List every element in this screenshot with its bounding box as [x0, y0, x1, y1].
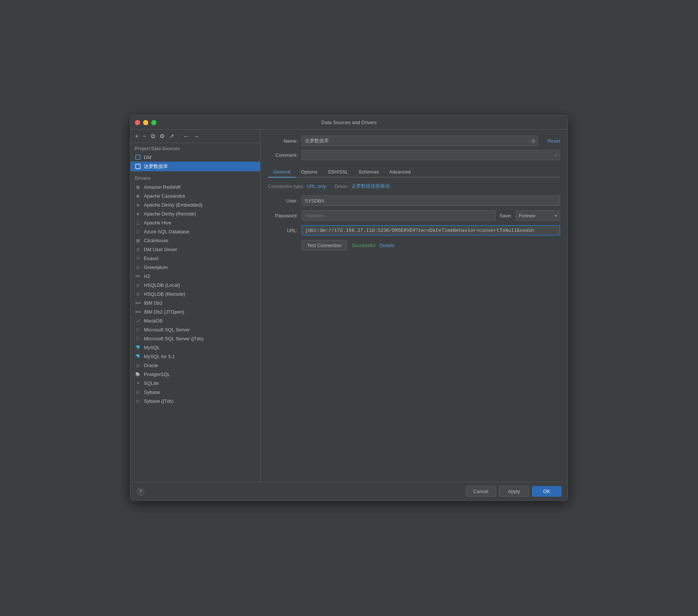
left-scroll-area: Project Data Sources DM 达梦数据库 Drivers	[130, 143, 260, 482]
oracle-icon: ◎	[135, 362, 141, 368]
dm-user-driver-icon: ⊟	[135, 246, 141, 252]
apply-button[interactable]: Apply	[499, 486, 529, 497]
driver-apache-derby-embedded-label: Apache Derby (Embedded)	[144, 202, 203, 208]
driver-dm-user-driver[interactable]: ⊟ DM User Driver	[130, 245, 260, 254]
tab-general[interactable]: General	[268, 167, 295, 178]
add-button[interactable]: +	[133, 132, 140, 140]
driver-apache-cassandra[interactable]: ◉ Apache Cassandra	[130, 191, 260, 200]
driver-hsqldb-local-label: HSQLDB (Local)	[144, 282, 180, 288]
driver-apache-derby-remote[interactable]: ◈ Apache Derby (Remote)	[130, 209, 260, 218]
tab-advanced[interactable]: Advanced	[384, 167, 416, 178]
sybase-icon: ◎	[135, 389, 141, 395]
driver-clickhouse[interactable]: ▦ ClickHouse	[130, 236, 260, 245]
driver-mysql-51-label: MySQL for 5.1	[144, 354, 175, 359]
amazon-redshift-icon: ▦	[135, 184, 141, 190]
minimize-button[interactable]	[143, 120, 148, 125]
driver-apache-hive[interactable]: △ Apache Hive	[130, 218, 260, 227]
cancel-button[interactable]: Cancel	[466, 486, 496, 497]
url-input[interactable]	[301, 225, 560, 236]
name-input[interactable]	[301, 136, 538, 146]
driver-hsqldb-local[interactable]: ◎ HSQLDB (Local)	[130, 281, 260, 289]
name-clear-button[interactable]: ⊗	[531, 138, 536, 144]
mysql-icon: 🐬	[135, 344, 141, 350]
postgresql-icon: 🐘	[135, 371, 141, 377]
remove-button[interactable]: −	[141, 132, 148, 140]
driver-value[interactable]: 达梦数据连接驱动	[351, 183, 390, 189]
sqlite-icon: ✦	[135, 380, 141, 386]
url-row: URL:	[268, 225, 560, 236]
driver-microsoft-sql-server[interactable]: ⬡ Microsoft SQL Server	[130, 325, 260, 334]
source-item-dameng[interactable]: 达梦数据库	[130, 162, 260, 171]
close-button[interactable]	[135, 120, 140, 125]
test-details-link[interactable]: Details	[379, 243, 394, 248]
comment-row: Comment: ⤢	[268, 150, 560, 160]
help-button[interactable]: ?	[136, 487, 145, 496]
user-label: User:	[268, 198, 298, 204]
test-connection-button[interactable]: Test Connection	[301, 240, 347, 250]
driver-azure-sql-label: Azure SQL Database	[144, 229, 189, 234]
tabs-bar: General Options SSH/SSL Schemas Advanced	[268, 167, 560, 178]
password-input[interactable]	[301, 210, 496, 221]
driver-greenplum[interactable]: ◎ Greenplum	[130, 263, 260, 272]
ibm-db2-icon: IBM	[135, 300, 141, 306]
driver-h2[interactable]: H2 H2	[130, 272, 260, 281]
driver-apache-cassandra-label: Apache Cassandra	[144, 193, 185, 199]
export-button[interactable]: ↗	[168, 132, 175, 140]
back-button[interactable]: ←	[182, 132, 191, 140]
driver-microsoft-sql-server-jtds[interactable]: ⬡ Microsoft SQL Server (jTds)	[130, 334, 260, 343]
tab-options[interactable]: Options	[295, 167, 323, 178]
title-bar: Data Sources and Drivers	[130, 116, 568, 130]
comment-label: Comment:	[268, 152, 298, 158]
comment-input[interactable]	[301, 150, 560, 160]
driver-sybase[interactable]: ◎ Sybase	[130, 388, 260, 396]
dameng-icon	[135, 163, 141, 169]
tab-ssh-ssl[interactable]: SSH/SSL	[323, 167, 353, 178]
tab-content-general: Connection type: URL only Driver: 达梦数据连接…	[261, 178, 568, 482]
driver-amazon-redshift[interactable]: ▦ Amazon Redshift	[130, 182, 260, 191]
driver-oracle[interactable]: ◎ Oracle	[130, 361, 260, 370]
save-select[interactable]: Forever For session Never	[516, 210, 560, 221]
driver-hsqldb-remote[interactable]: ◎ HSQLDB (Remote)	[130, 289, 260, 298]
driver-sybase-jtds[interactable]: ◎ Sybase (jTds)	[130, 396, 260, 405]
comment-input-wrap: ⤢	[301, 150, 560, 160]
user-input[interactable]	[301, 195, 560, 206]
ok-button[interactable]: OK	[532, 486, 562, 497]
comment-expand-button[interactable]: ⤢	[554, 152, 558, 158]
driver-apache-hive-label: Apache Hive	[144, 220, 171, 226]
connection-type-value[interactable]: URL only	[307, 184, 326, 189]
driver-ibm-db2-jtopen-label: IBM Db2 (JTOpen)	[144, 309, 184, 315]
driver-sqlite-label: SQLite	[144, 380, 159, 386]
mysql-51-icon: 🐬	[135, 353, 141, 359]
forward-button[interactable]: →	[192, 132, 201, 140]
driver-azure-sql[interactable]: ⬡ Azure SQL Database	[130, 227, 260, 236]
driver-mariadb[interactable]: ⎇ MariaDB	[130, 316, 260, 325]
driver-sqlite[interactable]: ✦ SQLite	[130, 379, 260, 388]
save-select-wrap: Forever For session Never	[516, 210, 560, 221]
sybase-jtds-icon: ◎	[135, 398, 141, 404]
name-row: Name: ⊗ Reset	[268, 136, 560, 146]
settings-button[interactable]: ⚙	[158, 132, 166, 140]
driver-h2-label: H2	[144, 273, 150, 279]
apache-cassandra-icon: ◉	[135, 193, 141, 199]
exasol-icon: ✕	[135, 255, 141, 261]
driver-mysql[interactable]: 🐬 MySQL	[130, 343, 260, 352]
driver-postgresql[interactable]: 🐘 PostgreSQL	[130, 370, 260, 379]
driver-apache-derby-remote-label: Apache Derby (Remote)	[144, 211, 196, 217]
driver-ibm-db2-label: IBM Db2	[144, 300, 163, 306]
driver-mysql-51[interactable]: 🐬 MySQL for 5.1	[130, 352, 260, 361]
driver-ibm-db2-jtopen[interactable]: IBM IBM Db2 (JTOpen)	[130, 307, 260, 316]
driver-exasol[interactable]: ✕ Exasol	[130, 254, 260, 263]
password-row: Password: Save: Forever For session Neve…	[268, 210, 560, 221]
maximize-button[interactable]	[151, 120, 156, 125]
copy-button[interactable]: ⧉	[149, 132, 156, 140]
driver-apache-derby-embedded[interactable]: ◈ Apache Derby (Embedded)	[130, 200, 260, 209]
left-panel: + − ⧉ ⚙ ↗ ← → Project Data Sources DM	[130, 130, 261, 482]
password-label: Password:	[268, 213, 298, 218]
reset-link[interactable]: Reset	[542, 138, 560, 144]
driver-ibm-db2[interactable]: IBM IBM Db2	[130, 298, 260, 307]
window-title: Data Sources and Drivers	[321, 120, 377, 125]
h2-icon: H2	[135, 273, 141, 279]
source-item-dm[interactable]: DM	[130, 153, 260, 162]
tab-schemas[interactable]: Schemas	[353, 167, 384, 178]
test-row: Test Connection Successful Details	[301, 240, 560, 250]
